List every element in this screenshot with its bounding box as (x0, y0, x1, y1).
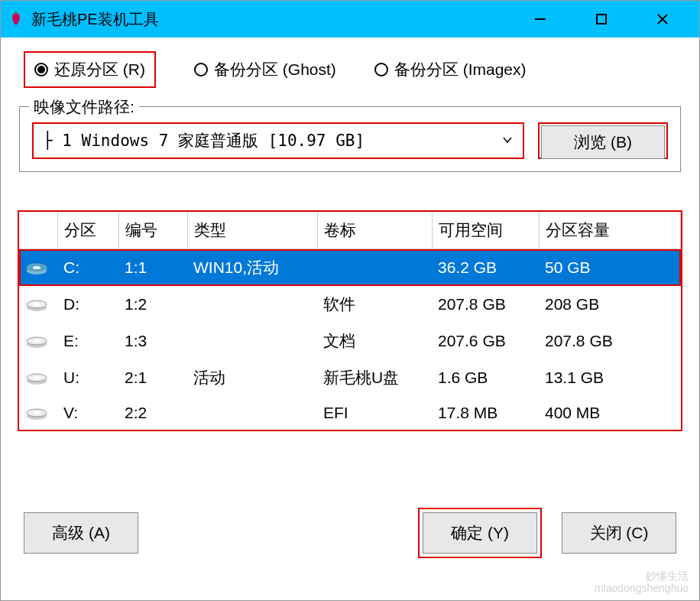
mode-radio-group: 还原分区 (R) 备份分区 (Ghost) 备份分区 (Imagex) (24, 51, 684, 88)
image-path-fieldset: 映像文件路径: ├ 1 Windows 7 家庭普通版 [10.97 GB] 浏… (19, 106, 681, 172)
th-icon (19, 212, 57, 249)
cell-free: 36.2 GB (432, 249, 539, 287)
radio-label: 备份分区 (Ghost) (214, 59, 336, 80)
window-title: 新毛桃PE装机工具 (31, 9, 525, 30)
drive-icon (25, 297, 48, 313)
svg-rect-1 (597, 15, 606, 24)
table-row[interactable]: V: 2:2 EFI 17.8 MB 400 MB (19, 396, 681, 430)
table-row[interactable]: C: 1:1 WIN10,活动 36.2 GB 50 GB (19, 249, 681, 287)
cell-free: 17.8 MB (432, 396, 539, 430)
svg-point-6 (33, 266, 41, 269)
watermark: 妙懂生活 miaodongshenghuo (595, 570, 689, 594)
close-button[interactable]: 关闭 (C) (562, 512, 676, 554)
close-window-button[interactable] (647, 4, 678, 34)
cell-icon (19, 323, 57, 359)
table-header-row: 分区 编号 类型 卷标 可用空间 分区容量 (19, 212, 681, 249)
cell-icon (19, 396, 57, 430)
content-area: 还原分区 (R) 备份分区 (Ghost) 备份分区 (Imagex) 映像文件… (1, 37, 699, 572)
maximize-button[interactable] (586, 4, 617, 34)
radio-icon (374, 63, 388, 76)
browse-button[interactable]: 浏览 (B) (541, 125, 665, 159)
radio-icon (34, 63, 48, 76)
cell-icon (19, 286, 57, 323)
cell-number: 2:1 (118, 359, 187, 396)
cell-icon (19, 359, 57, 396)
ok-button[interactable]: 确定 (Y) (423, 512, 537, 554)
image-path-legend: 映像文件路径: (29, 96, 139, 118)
svg-point-9 (33, 303, 41, 306)
app-window: 新毛桃PE装机工具 还原分区 (R) 备份分区 (Ghost) (0, 0, 700, 601)
cell-free: 207.6 GB (432, 323, 539, 359)
cell-type (187, 286, 317, 323)
cell-partition: U: (57, 359, 118, 396)
cell-label: EFI (317, 396, 432, 430)
cell-partition: V: (57, 396, 118, 430)
watermark-line1: 妙懂生活 (595, 570, 689, 582)
cell-type (187, 323, 317, 359)
table-row[interactable]: E: 1:3 文档 207.6 GB 207.8 GB (19, 323, 681, 359)
cell-capacity: 13.1 GB (539, 359, 681, 396)
cell-number: 1:2 (118, 286, 187, 323)
th-capacity: 分区容量 (539, 212, 681, 249)
cell-capacity: 400 MB (539, 396, 681, 430)
cell-capacity: 207.8 GB (539, 323, 681, 359)
cell-partition: D: (57, 286, 118, 323)
th-free: 可用空间 (432, 212, 539, 249)
cell-type: WIN10,活动 (187, 249, 317, 287)
advanced-button[interactable]: 高级 (A) (24, 512, 138, 554)
minimize-button[interactable] (525, 4, 556, 34)
partition-table: 分区 编号 类型 卷标 可用空间 分区容量 C: 1:1 WIN10,活动 36… (19, 212, 681, 430)
cell-capacity: 50 GB (539, 249, 681, 287)
drive-icon (25, 405, 48, 422)
highlight-ok: 确定 (Y) (418, 508, 542, 558)
table-row[interactable]: U: 2:1 活动 新毛桃U盘 1.6 GB 13.1 GB (19, 359, 681, 396)
radio-label: 备份分区 (Imagex) (394, 59, 527, 80)
partition-table-wrap: 分区 编号 类型 卷标 可用空间 分区容量 C: 1:1 WIN10,活动 36… (18, 210, 682, 431)
th-number: 编号 (118, 212, 187, 249)
image-select-dropdown[interactable]: ├ 1 Windows 7 家庭普通版 [10.97 GB] (32, 122, 524, 159)
radio-backup-ghost[interactable]: 备份分区 (Ghost) (194, 59, 336, 80)
image-select-value: ├ 1 Windows 7 家庭普通版 [10.97 GB] (43, 130, 501, 151)
cell-label: 文档 (317, 323, 432, 359)
cell-label: 新毛桃U盘 (317, 359, 432, 396)
window-controls (525, 4, 678, 34)
radio-icon (194, 63, 208, 76)
th-partition: 分区 (57, 212, 118, 249)
drive-icon (25, 333, 48, 350)
cell-label (317, 249, 432, 287)
cell-capacity: 208 GB (539, 286, 681, 323)
svg-point-15 (33, 376, 41, 379)
th-label: 卷标 (317, 212, 432, 249)
radio-backup-imagex[interactable]: 备份分区 (Imagex) (374, 59, 527, 80)
svg-point-12 (33, 339, 41, 343)
chevron-down-icon (501, 133, 514, 149)
cell-type: 活动 (187, 359, 317, 396)
cell-free: 207.8 GB (432, 286, 539, 323)
cell-number: 1:3 (118, 323, 187, 359)
radio-label: 还原分区 (R) (54, 59, 145, 80)
cell-number: 1:1 (118, 249, 187, 287)
drive-icon (25, 260, 48, 277)
image-path-row: ├ 1 Windows 7 家庭普通版 [10.97 GB] 浏览 (B) (32, 122, 668, 159)
button-label: 确定 (Y) (451, 524, 509, 541)
table-row[interactable]: D: 1:2 软件 207.8 GB 208 GB (19, 286, 681, 323)
cell-label: 软件 (317, 286, 432, 323)
button-label: 高级 (A) (52, 524, 110, 541)
cell-partition: E: (57, 323, 118, 359)
highlight-restore: 还原分区 (R) (24, 51, 156, 88)
app-icon (7, 10, 25, 28)
drive-icon (25, 370, 48, 387)
cell-icon (19, 249, 57, 287)
th-type: 类型 (187, 212, 317, 249)
highlight-browse: 浏览 (B) (538, 122, 668, 159)
cell-partition: C: (57, 249, 118, 287)
cell-free: 1.6 GB (432, 359, 539, 396)
cell-type (187, 396, 317, 430)
button-label: 浏览 (B) (574, 132, 632, 153)
bottom-button-row: 高级 (A) 确定 (Y) 关闭 (C) (16, 508, 684, 558)
button-label: 关闭 (C) (590, 524, 649, 541)
radio-restore[interactable]: 还原分区 (R) (34, 59, 145, 80)
cell-number: 2:2 (118, 396, 187, 430)
svg-point-18 (33, 411, 41, 414)
watermark-line2: miaodongshenghuo (595, 583, 689, 594)
